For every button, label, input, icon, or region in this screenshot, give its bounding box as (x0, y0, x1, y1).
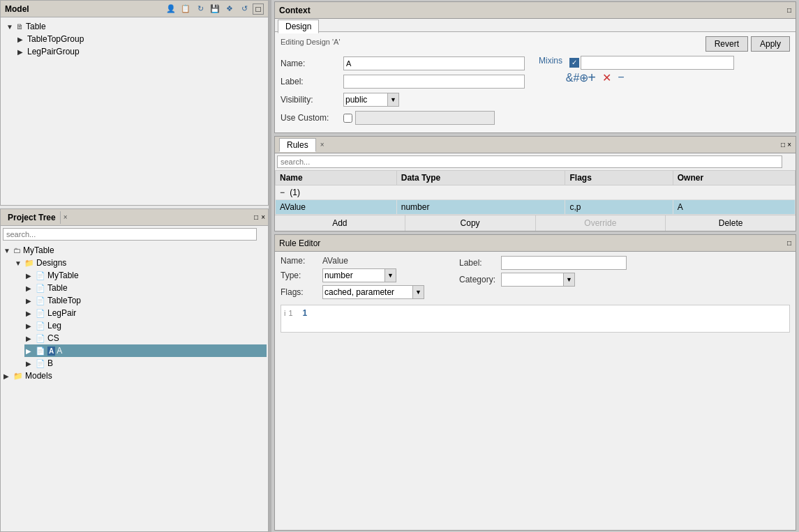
re-name-value: AValue (322, 256, 448, 266)
tree-item-cs-doc[interactable]: ▶ 📄 CS (24, 332, 267, 344)
tree-arrow-legpair-doc[interactable]: ▶ (26, 310, 36, 317)
mixin-add-circle-icon[interactable]: &#⊕ (571, 71, 583, 84)
context-title: Context (279, 6, 311, 15)
leg-doc-label: Leg (47, 321, 61, 330)
rule-editor-title: Rule Editor (279, 238, 320, 248)
context-float-icon[interactable]: □ (787, 6, 791, 14)
tree-arrow-legpairgroup[interactable]: ▶ (17, 48, 27, 56)
rules-data-row[interactable]: AValue number c,p A (276, 200, 796, 215)
tree-arrow-mytable[interactable]: ▼ (3, 247, 13, 254)
code-line: i 1 1 (284, 308, 786, 318)
tree-arrow-table[interactable]: ▼ (6, 23, 16, 31)
doc-icon-table: 📄 (36, 284, 45, 293)
col-name: Name (276, 171, 397, 185)
tree-arrow-a-doc[interactable]: ▶ (26, 347, 36, 355)
label-input[interactable] (343, 75, 525, 89)
rules-float-icon[interactable]: □ (781, 141, 785, 149)
tree-item-a-doc[interactable]: ▶ 📄 A A (24, 344, 267, 357)
mixin-checkbox[interactable]: ✓ (569, 58, 579, 68)
tree-item-legpairgroup[interactable]: ▶ LegPairGroup (16, 45, 264, 58)
use-custom-checkbox[interactable] (343, 114, 352, 123)
copy-icon[interactable]: 📋 (179, 3, 192, 15)
tree-arrow-leg-doc[interactable]: ▶ (26, 322, 36, 330)
rules-group-cell: − (1) (276, 185, 796, 200)
rules-tab[interactable]: Rules (279, 138, 316, 152)
cs-doc-label: CS (47, 333, 59, 343)
re-category-label: Category: (459, 275, 501, 284)
tabletop-doc-label: TableTop (47, 296, 81, 305)
left-form: Name: Label: Visibility: public (281, 56, 525, 128)
type-select-wrap: number ▼ (322, 268, 396, 282)
rules-table: Name Data Type Flags Owner − (1) AVa (275, 170, 796, 215)
mytable-doc-label: MyTable (47, 271, 79, 280)
tree-item-tabletopgroup[interactable]: ▶ TableTopGroup (16, 33, 264, 45)
apply-button[interactable]: Apply (751, 36, 790, 52)
table-label: Table (26, 22, 46, 31)
tree-arrow-cs-doc[interactable]: ▶ (26, 335, 36, 342)
project-tree-close-icon[interactable]: × (64, 213, 68, 221)
user-icon[interactable]: 👤 (165, 3, 177, 15)
group-minus-icon[interactable]: − (280, 188, 285, 197)
minimize-icon[interactable]: □ (254, 213, 258, 221)
tree-item-designs[interactable]: ▼ 📁 Designs (13, 257, 267, 269)
tree-arrow-designs[interactable]: ▼ (15, 259, 24, 267)
flags-dropdown-btn[interactable]: ▼ (413, 285, 424, 299)
project-tree-search[interactable] (3, 228, 257, 241)
row-name: AValue (276, 200, 397, 215)
tree-item-table[interactable]: ▼ 🗎 Table (5, 20, 264, 33)
tree-arrow-tabletopgroup[interactable]: ▶ (17, 36, 27, 43)
tree-item-legpair-doc[interactable]: ▶ 📄 LegPair (24, 307, 267, 319)
visibility-dropdown-btn[interactable]: ▼ (388, 93, 399, 107)
type-value: number (324, 271, 353, 280)
mixin-minus-icon[interactable]: − (615, 71, 627, 84)
tree-item-leg-doc[interactable]: ▶ 📄 Leg (24, 319, 267, 332)
mixin-text-input[interactable] (581, 56, 734, 70)
row-owner: A (673, 200, 795, 215)
re-name-label: Name: (281, 256, 322, 266)
maximize-icon[interactable]: × (261, 213, 265, 221)
rules-close-btn[interactable]: × (787, 141, 791, 149)
refresh-icon[interactable]: ↺ (238, 3, 251, 15)
tree-arrow-tabletop-doc[interactable]: ▶ (26, 297, 36, 305)
tree-arrow-b-doc[interactable]: ▶ (26, 360, 36, 367)
design-tab[interactable]: Design (278, 20, 319, 33)
revert-button[interactable]: Revert (705, 36, 748, 52)
tree-item-table-doc[interactable]: ▶ 📄 Table (24, 282, 267, 294)
type-dropdown-btn[interactable]: ▼ (385, 268, 396, 282)
tree-arrow-table-doc[interactable]: ▶ (26, 284, 36, 292)
project-tree-tab: Project Tree × (3, 211, 68, 224)
rules-window-controls: □ × (781, 141, 791, 149)
tree-item-mytable-root[interactable]: ▼ 🗀 MyTable (2, 244, 267, 257)
rules-close-icon[interactable]: × (320, 141, 324, 149)
code-area[interactable]: i 1 1 (281, 305, 790, 333)
tree-item-tabletop-doc[interactable]: ▶ 📄 TableTop (24, 294, 267, 307)
tree-item-mytable-doc[interactable]: ▶ 📄 MyTable (24, 269, 267, 282)
tree-icon[interactable]: ❖ (223, 3, 236, 15)
tree-item-models[interactable]: ▶ 📁 Models (2, 370, 267, 382)
delete-button[interactable]: Delete (666, 215, 796, 231)
model-panel-title: Model (5, 4, 29, 14)
re-type-label: Type: (281, 271, 322, 280)
tree-arrow-models[interactable]: ▶ (3, 372, 13, 380)
rules-tab-row: Rules × (279, 138, 324, 152)
mixin-delete-icon[interactable]: ✕ (600, 71, 613, 84)
override-button[interactable]: Override (536, 215, 666, 231)
rule-editor-float-icon[interactable]: □ (787, 239, 791, 247)
designs-label: Designs (36, 258, 66, 268)
tree-arrow-mytable-doc[interactable]: ▶ (26, 272, 36, 280)
save-icon[interactable]: 💾 (209, 3, 221, 15)
mixin-plus-icon[interactable]: + (585, 71, 598, 84)
name-input[interactable] (343, 56, 525, 70)
tree-item-b-doc[interactable]: ▶ 📄 B (24, 357, 267, 370)
float-icon[interactable]: □ (253, 3, 264, 15)
copy-button[interactable]: Copy (405, 215, 536, 231)
re-label-input[interactable] (501, 256, 627, 270)
use-custom-input[interactable] (355, 111, 495, 125)
rules-search-input[interactable] (277, 155, 782, 168)
rules-buttons: Add Copy Override Delete (275, 215, 796, 231)
add-button[interactable]: Add (275, 215, 405, 231)
category-dropdown-btn[interactable]: ▼ (564, 273, 575, 287)
doc-icon-cs: 📄 (36, 334, 45, 343)
undo-icon[interactable]: ↻ (194, 3, 207, 15)
legpair-doc-label: LegPair (47, 308, 76, 318)
